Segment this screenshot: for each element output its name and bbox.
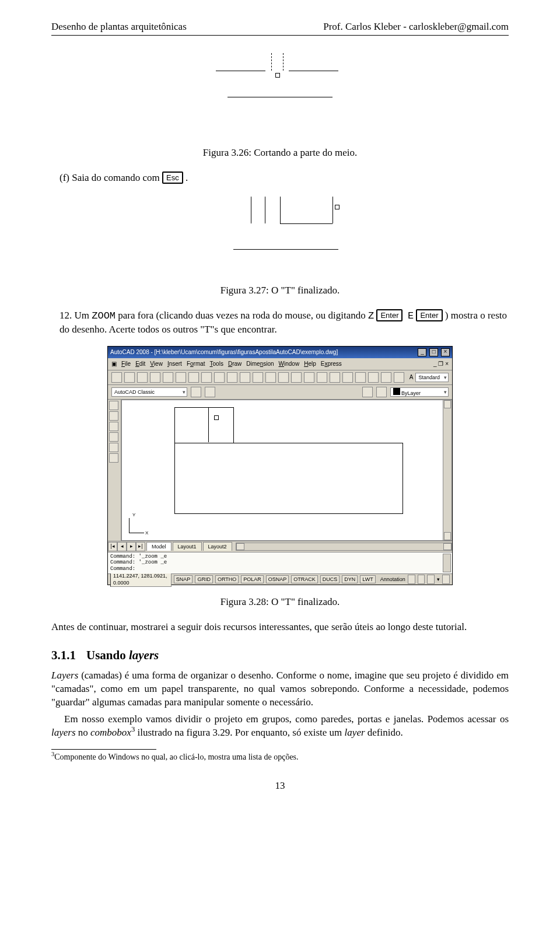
designcenter-icon[interactable] <box>330 372 340 383</box>
menu-view[interactable]: View <box>150 360 163 368</box>
clean-screen-icon[interactable] <box>442 575 450 584</box>
copy-icon[interactable] <box>201 372 212 383</box>
cut-icon[interactable] <box>188 372 199 383</box>
close-icon[interactable]: × <box>441 348 450 356</box>
save-icon[interactable] <box>137 372 148 383</box>
dyn-toggle[interactable]: DYN <box>342 575 358 583</box>
toolpalette-icon[interactable] <box>342 372 353 383</box>
markup-icon[interactable] <box>368 372 379 383</box>
text-style-icon: A <box>410 373 414 382</box>
doc-close-icon[interactable]: × <box>445 361 449 367</box>
doc-restore-icon[interactable]: ❐ <box>438 361 443 367</box>
para-layers-b: Em nosso exemplo vamos dividir o projeto… <box>51 713 509 740</box>
drawing-canvas[interactable]: Y X <box>121 400 452 541</box>
tab-nav-next-icon[interactable]: ▸ <box>127 542 136 551</box>
layer-previous-icon[interactable] <box>376 387 387 397</box>
redo-icon[interactable] <box>253 372 263 383</box>
grid-toggle[interactable]: GRID <box>195 575 213 583</box>
ducs-toggle[interactable]: DUCS <box>320 575 340 583</box>
undo-icon[interactable] <box>240 372 250 383</box>
command-window[interactable]: Command: '_zoom _e Command: '_zoom _e Co… <box>108 552 452 573</box>
new-icon[interactable] <box>111 372 122 383</box>
maximize-icon[interactable]: □ <box>429 348 438 356</box>
enter-key: Enter <box>377 310 402 321</box>
figure-3-26 <box>51 53 509 135</box>
annotation-auto-icon[interactable] <box>427 575 435 584</box>
pline-icon[interactable] <box>109 411 118 421</box>
menu-express[interactable]: Express <box>321 360 342 368</box>
enter-key: Enter <box>416 310 442 321</box>
zoom-previous-icon[interactable] <box>304 372 314 383</box>
polygon-icon[interactable] <box>109 422 118 431</box>
open-icon[interactable] <box>124 372 135 383</box>
zoom-window-icon[interactable] <box>291 372 302 383</box>
menu-draw[interactable]: Draw <box>228 360 242 368</box>
paste-icon[interactable] <box>214 372 225 383</box>
footnote-3: 3Componente do Windows no qual, ao clicá… <box>51 752 509 763</box>
cursor-pickbox-icon <box>214 415 219 420</box>
app-icon: ▣ <box>111 360 117 368</box>
circle-icon[interactable] <box>109 453 118 463</box>
zoom-realtime-icon[interactable] <box>278 372 289 383</box>
sheetset-icon[interactable] <box>355 372 366 383</box>
titlebar: AutoCAD 2008 - [H:\kleber\Ucam\comum\fig… <box>108 347 452 358</box>
doc-minimize-icon[interactable]: _ <box>433 361 437 367</box>
menu-edit[interactable]: Edit <box>135 360 145 368</box>
match-icon[interactable] <box>227 372 237 383</box>
snap-toggle[interactable]: SNAP <box>174 575 193 583</box>
menu-file[interactable]: File <box>121 360 131 368</box>
annotation-vis-icon[interactable] <box>418 575 425 584</box>
rectangle-icon[interactable] <box>109 432 118 442</box>
layer-states-icon[interactable] <box>362 387 373 397</box>
para-layers-a: Layers (camadas) é uma forma de organiza… <box>51 669 509 709</box>
status-bar: 1141.2247, 1281.0921, 0.0000 SNAP GRID O… <box>108 573 452 585</box>
header-right: Prof. Carlos Kleber - carloskleber@gmail… <box>323 20 509 34</box>
layout-tabbar: |◂ ◂ ▸ ▸| Model Layout1 Layout2 <box>108 541 452 552</box>
tab-nav-prev-icon[interactable]: ◂ <box>117 542 127 551</box>
page-number: 13 <box>51 779 509 793</box>
layer-icon[interactable] <box>205 387 215 397</box>
publish-icon[interactable] <box>176 372 186 383</box>
dim-style-combo[interactable]: Standard <box>415 373 449 382</box>
tab-layout1[interactable]: Layout1 <box>173 542 202 551</box>
osnap-toggle[interactable]: OSNAP <box>266 575 289 583</box>
tab-model[interactable]: Model <box>146 542 172 551</box>
arc-icon[interactable] <box>109 443 118 452</box>
minimize-icon[interactable]: _ <box>418 348 426 356</box>
lwt-toggle[interactable]: LWT <box>360 575 375 583</box>
calc-icon[interactable] <box>381 372 391 383</box>
tab-nav-last-icon[interactable]: ▸| <box>136 542 145 551</box>
menu-help[interactable]: Help <box>304 360 316 368</box>
menu-dimension[interactable]: Dimension <box>246 360 274 368</box>
plot-icon[interactable] <box>150 372 160 383</box>
tab-nav-first-icon[interactable]: |◂ <box>108 542 117 551</box>
horizontal-scrollbar[interactable] <box>236 543 452 551</box>
vertical-scrollbar[interactable] <box>443 400 452 540</box>
step-12: Um ZOOM para fora (clicando duas vezes n… <box>60 309 509 337</box>
preview-icon[interactable] <box>163 372 173 383</box>
pan-icon[interactable] <box>265 372 276 383</box>
otrack-toggle[interactable]: OTRACK <box>291 575 318 583</box>
workspace-combo[interactable]: AutoCAD Classic <box>111 387 187 397</box>
menu-format[interactable]: Format <box>187 360 205 368</box>
section-3-1-1: 3.1.1Usando layers <box>51 647 509 663</box>
header-rule <box>51 35 509 36</box>
window-title: AutoCAD 2008 - [H:\kleber\Ucam\comum\fig… <box>110 348 338 356</box>
command-scrollbar[interactable] <box>443 554 451 572</box>
ortho-toggle[interactable]: ORTHO <box>215 575 239 583</box>
help-icon[interactable] <box>394 372 404 383</box>
cursor-pickbox-icon <box>335 205 340 209</box>
draw-toolbar <box>108 400 121 541</box>
workspace-settings-icon[interactable] <box>191 387 201 397</box>
menu-insert[interactable]: Insert <box>167 360 182 368</box>
properties-icon[interactable] <box>317 372 327 383</box>
menu-window[interactable]: Window <box>279 360 300 368</box>
polar-toggle[interactable]: POLAR <box>241 575 264 583</box>
tab-layout2[interactable]: Layout2 <box>203 542 232 551</box>
annotation-label: Annotation <box>380 576 405 583</box>
caption-3-26: Figura 3.26: Cortando a parte do meio. <box>51 146 509 160</box>
annotation-scale-icon[interactable] <box>408 575 415 584</box>
menu-tools[interactable]: Tools <box>210 360 223 368</box>
line-icon[interactable] <box>109 401 118 410</box>
color-combo[interactable]: ByLayer <box>390 387 449 397</box>
